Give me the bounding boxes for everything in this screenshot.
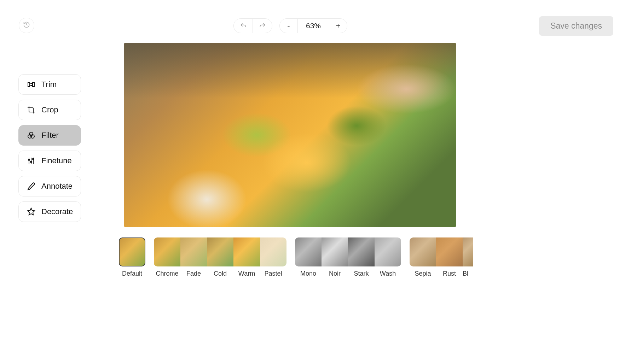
filter-thumb bbox=[180, 237, 207, 266]
filter-thumb bbox=[233, 237, 260, 266]
filter-thumb bbox=[207, 237, 233, 266]
zoom-group: - 63% + bbox=[279, 18, 347, 33]
filter-label: Chrome bbox=[156, 270, 178, 277]
history-button[interactable] bbox=[19, 18, 34, 33]
filter-label: Rust bbox=[443, 270, 456, 277]
undo-button[interactable] bbox=[234, 19, 253, 33]
redo-button[interactable] bbox=[253, 19, 272, 33]
filter-group-color: Chrome Fade Cold Warm Pastel bbox=[154, 237, 286, 277]
sidebar-item-label: Crop bbox=[41, 105, 58, 115]
save-button[interactable]: Save changes bbox=[539, 16, 613, 36]
svg-point-11 bbox=[30, 161, 32, 163]
filter-fade[interactable]: Fade bbox=[180, 237, 207, 277]
filter-label: Warm bbox=[238, 270, 255, 277]
filter-label: Bl bbox=[463, 270, 473, 277]
filter-icon bbox=[27, 131, 36, 140]
filter-thumb bbox=[295, 237, 322, 266]
filter-overflow[interactable]: Bl bbox=[463, 237, 473, 277]
filter-chrome[interactable]: Chrome bbox=[154, 237, 180, 277]
sidebar: Trim Crop Filter bbox=[18, 74, 81, 222]
canvas-preview[interactable] bbox=[124, 43, 456, 227]
filter-noir[interactable]: Noir bbox=[322, 237, 348, 277]
filter-thumb bbox=[410, 237, 436, 266]
sidebar-item-label: Annotate bbox=[41, 182, 73, 191]
filter-thumb bbox=[348, 237, 375, 266]
annotate-icon bbox=[27, 182, 36, 191]
filter-thumb bbox=[154, 237, 180, 266]
filter-thumb bbox=[436, 237, 463, 266]
zoom-value[interactable]: 63% bbox=[297, 19, 329, 33]
filter-label: Fade bbox=[186, 270, 201, 277]
filter-label: Noir bbox=[329, 270, 341, 277]
sidebar-item-annotate[interactable]: Annotate bbox=[18, 176, 81, 196]
filter-label: Sepia bbox=[415, 270, 431, 277]
zoom-in-button[interactable]: + bbox=[329, 19, 347, 33]
filter-thumb bbox=[375, 237, 401, 266]
finetune-icon bbox=[27, 156, 36, 165]
filter-pastel[interactable]: Pastel bbox=[260, 237, 286, 277]
crop-icon bbox=[27, 105, 36, 115]
svg-point-10 bbox=[28, 159, 30, 160]
filter-label: Stark bbox=[354, 270, 369, 277]
sidebar-item-crop[interactable]: Crop bbox=[18, 100, 81, 120]
filter-stark[interactable]: Stark bbox=[348, 237, 375, 277]
history-icon bbox=[23, 21, 30, 30]
sidebar-item-label: Finetune bbox=[41, 156, 72, 165]
sidebar-item-finetune[interactable]: Finetune bbox=[18, 151, 81, 171]
trim-icon bbox=[27, 80, 36, 89]
filter-group-vintage: Sepia Rust Bl bbox=[410, 237, 473, 277]
sidebar-item-label: Filter bbox=[41, 131, 59, 140]
svg-rect-0 bbox=[28, 82, 30, 87]
zoom-out-button[interactable]: - bbox=[280, 19, 297, 33]
filter-thumb bbox=[260, 237, 286, 266]
filter-label: Default bbox=[122, 270, 142, 277]
svg-point-12 bbox=[33, 158, 34, 160]
filter-sepia[interactable]: Sepia bbox=[410, 237, 436, 277]
filter-cold[interactable]: Cold bbox=[207, 237, 233, 277]
filter-label: Mono bbox=[300, 270, 316, 277]
filter-strip: Default Chrome Fade Cold Warm Pastel Mon… bbox=[119, 237, 473, 277]
filter-mono[interactable]: Mono bbox=[295, 237, 322, 277]
filter-group-mono: Mono Noir Stark Wash bbox=[295, 237, 401, 277]
undo-redo-group bbox=[233, 18, 272, 33]
filter-wash[interactable]: Wash bbox=[375, 237, 401, 277]
filter-warm[interactable]: Warm bbox=[233, 237, 260, 277]
filter-thumb bbox=[463, 237, 473, 266]
svg-rect-1 bbox=[33, 82, 34, 87]
sidebar-item-filter[interactable]: Filter bbox=[18, 125, 81, 146]
filter-label: Cold bbox=[214, 270, 227, 277]
sidebar-item-trim[interactable]: Trim bbox=[18, 74, 81, 95]
decorate-icon bbox=[27, 207, 36, 216]
filter-rust[interactable]: Rust bbox=[436, 237, 463, 277]
sidebar-item-label: Trim bbox=[41, 80, 57, 89]
svg-marker-13 bbox=[28, 208, 35, 215]
filter-label: Wash bbox=[380, 270, 396, 277]
filter-label: Pastel bbox=[264, 270, 282, 277]
sidebar-item-decorate[interactable]: Decorate bbox=[18, 201, 81, 222]
filter-thumb bbox=[322, 237, 348, 266]
sidebar-item-label: Decorate bbox=[41, 207, 73, 216]
filter-default[interactable]: Default bbox=[119, 237, 145, 277]
filter-thumb bbox=[119, 237, 145, 266]
